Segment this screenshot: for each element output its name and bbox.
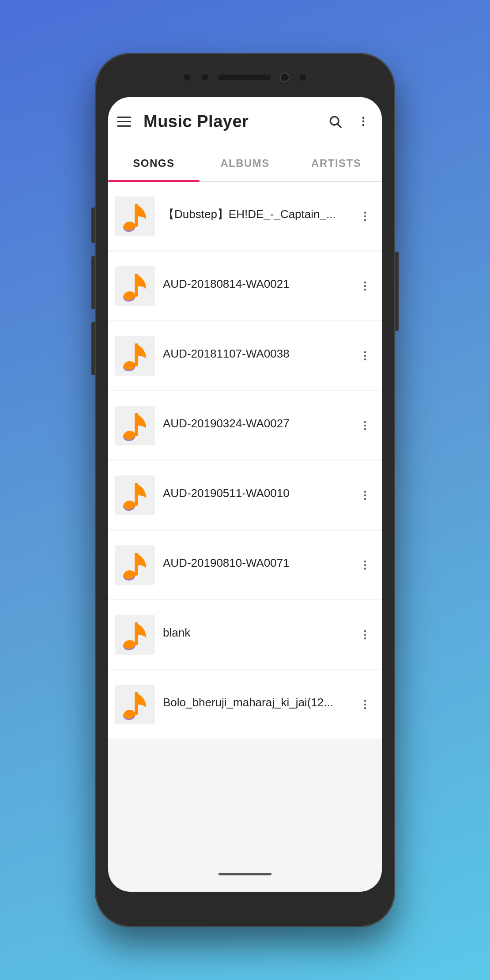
song-title: AUD-20181107-WA0038	[163, 347, 355, 361]
more-vertical-icon	[357, 115, 369, 128]
song-item[interactable]: AUD-20181107-WA0038	[108, 321, 382, 390]
song-title: blank	[163, 626, 355, 640]
svg-point-27	[364, 424, 366, 426]
phone-bottom	[108, 856, 382, 892]
music-note-icon	[120, 688, 151, 721]
menu-button[interactable]	[117, 113, 135, 130]
song-more-button[interactable]	[355, 695, 375, 714]
song-more-button[interactable]	[355, 555, 375, 575]
svg-point-34	[364, 498, 366, 500]
speaker-bar	[218, 75, 271, 80]
tab-artists[interactable]: ARTISTS	[290, 146, 382, 181]
music-note-icon	[120, 409, 151, 442]
svg-point-16	[364, 288, 366, 290]
sensor-dot	[183, 73, 192, 82]
song-more-button[interactable]	[355, 416, 375, 435]
svg-point-32	[364, 490, 366, 493]
song-thumbnail	[115, 406, 155, 445]
song-info: Bolo_bheruji_maharaj_ki_jai(12...	[163, 696, 355, 713]
music-note-icon	[120, 548, 151, 581]
song-more-button[interactable]	[355, 207, 375, 226]
svg-point-39	[364, 564, 366, 566]
search-icon	[328, 114, 342, 128]
song-thumbnail	[115, 475, 155, 515]
song-item[interactable]: Bolo_bheruji_maharaj_ki_jai(12...	[108, 670, 382, 739]
song-title: Bolo_bheruji_maharaj_ki_jai(12...	[163, 696, 355, 709]
app-bar: Music Player	[108, 97, 382, 146]
tabs-bar: SONGS ALBUMS ARTISTS	[108, 146, 382, 182]
menu-line-2	[117, 121, 131, 122]
menu-line-3	[117, 125, 131, 127]
svg-point-38	[364, 560, 366, 562]
tab-albums[interactable]: ALBUMS	[200, 146, 291, 181]
camera-button[interactable]	[91, 322, 95, 375]
song-item[interactable]: AUD-20190511-WA0010	[108, 461, 382, 529]
phone-device: Music Player SONGS ALBUMS	[95, 53, 395, 927]
svg-rect-48	[135, 692, 138, 715]
svg-point-10	[364, 219, 366, 221]
song-info: AUD-20190511-WA0010	[163, 486, 355, 504]
svg-line-1	[338, 124, 341, 127]
song-title: AUD-20180814-WA0021	[163, 277, 355, 291]
svg-rect-18	[135, 343, 138, 366]
camera-dot	[200, 73, 209, 82]
music-note-icon	[120, 200, 151, 233]
overflow-menu-button[interactable]	[354, 112, 373, 131]
svg-point-14	[364, 281, 366, 283]
power-button[interactable]	[395, 252, 399, 331]
svg-point-45	[364, 633, 366, 636]
song-item[interactable]: AUD-20180814-WA0021	[108, 252, 382, 320]
svg-point-9	[364, 215, 366, 217]
svg-point-33	[364, 494, 366, 496]
song-item[interactable]: 【Dubstep】EH!DE_-_Captain_...	[108, 182, 382, 250]
svg-point-28	[364, 428, 366, 430]
music-note-icon	[120, 479, 151, 512]
more-vertical-icon	[359, 559, 371, 571]
music-note-icon	[120, 269, 151, 302]
song-item[interactable]: AUD-20190324-WA0027	[108, 391, 382, 460]
svg-rect-36	[135, 553, 138, 576]
music-note-icon	[120, 618, 151, 651]
more-vertical-icon	[359, 489, 371, 501]
svg-rect-24	[135, 413, 138, 436]
svg-point-46	[364, 637, 366, 639]
svg-point-8	[364, 211, 366, 214]
more-vertical-icon	[359, 698, 371, 711]
svg-point-51	[364, 703, 366, 705]
song-item[interactable]: AUD-20190810-WA0071	[108, 531, 382, 599]
song-thumbnail	[115, 615, 155, 655]
song-more-button[interactable]	[355, 276, 375, 296]
song-list[interactable]: 【Dubstep】EH!DE_-_Captain_...	[108, 182, 382, 856]
svg-rect-42	[135, 622, 138, 645]
svg-point-2	[362, 117, 365, 119]
song-title: AUD-20190810-WA0071	[163, 556, 355, 570]
home-indicator	[219, 873, 271, 875]
music-note-icon	[120, 339, 151, 372]
svg-rect-6	[135, 204, 138, 227]
svg-point-15	[364, 285, 366, 287]
front-camera	[280, 72, 290, 82]
song-item[interactable]: blank	[108, 600, 382, 669]
svg-point-20	[364, 351, 366, 353]
search-button[interactable]	[325, 112, 345, 131]
svg-rect-12	[135, 274, 138, 297]
song-thumbnail	[115, 685, 155, 724]
svg-rect-30	[135, 483, 138, 506]
svg-point-21	[364, 354, 366, 357]
more-vertical-icon	[359, 419, 371, 432]
svg-point-50	[364, 700, 366, 702]
song-info: AUD-20180814-WA0021	[163, 277, 355, 294]
phone-screen: Music Player SONGS ALBUMS	[108, 97, 382, 892]
more-vertical-icon	[359, 350, 371, 362]
more-vertical-icon	[359, 210, 371, 222]
volume-down-button[interactable]	[91, 256, 95, 309]
menu-line-1	[117, 117, 131, 118]
song-more-button[interactable]	[355, 625, 375, 645]
svg-point-22	[364, 358, 366, 360]
song-more-button[interactable]	[355, 346, 375, 366]
song-title: 【Dubstep】EH!DE_-_Captain_...	[163, 207, 355, 222]
song-more-button[interactable]	[355, 486, 375, 505]
sensor-dot-2	[298, 73, 307, 82]
tab-songs[interactable]: SONGS	[108, 146, 200, 181]
volume-up-button[interactable]	[91, 207, 95, 243]
